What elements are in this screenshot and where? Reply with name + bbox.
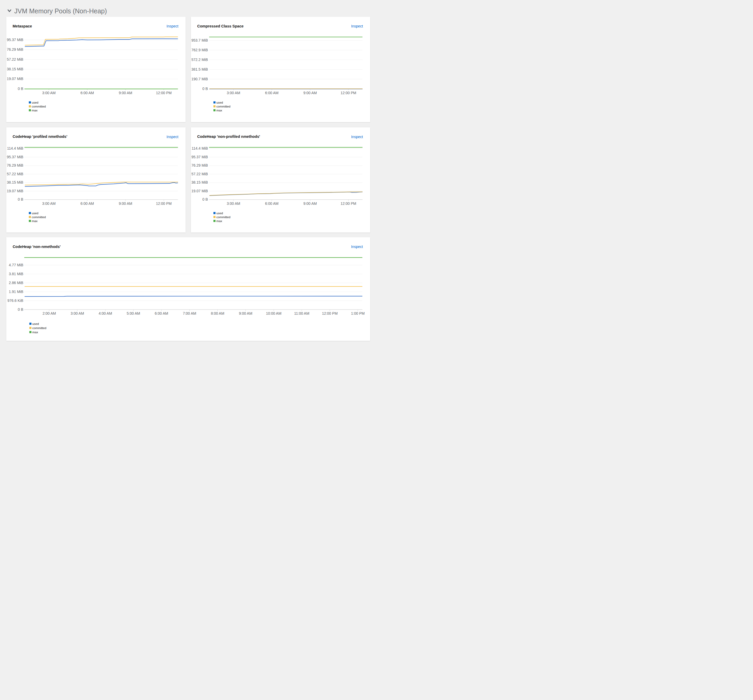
svg-text:38.15 MiB: 38.15 MiB (7, 180, 23, 184)
svg-text:95.37 MiB: 95.37 MiB (192, 155, 208, 159)
svg-text:572.2 MiB: 572.2 MiB (192, 58, 208, 62)
svg-text:used: used (32, 211, 38, 214)
svg-text:5:00 AM: 5:00 AM (126, 311, 140, 316)
svg-text:2:00 AM: 2:00 AM (43, 311, 56, 316)
svg-text:10:00 AM: 10:00 AM (266, 311, 281, 316)
svg-text:19.07 MiB: 19.07 MiB (192, 189, 208, 193)
svg-text:19.07 MiB: 19.07 MiB (7, 77, 23, 81)
svg-text:6:00 AM: 6:00 AM (265, 91, 279, 95)
svg-text:used: used (216, 211, 223, 214)
svg-text:6:00 AM: 6:00 AM (81, 91, 94, 95)
svg-text:95.37 MiB: 95.37 MiB (7, 155, 23, 159)
svg-text:762.9 MiB: 762.9 MiB (192, 48, 208, 52)
svg-text:976.6 KiB: 976.6 KiB (7, 298, 23, 303)
svg-text:3:00 AM: 3:00 AM (227, 201, 240, 205)
svg-text:3:00 AM: 3:00 AM (42, 201, 55, 205)
svg-text:6:00 AM: 6:00 AM (81, 201, 94, 205)
svg-text:0 B: 0 B (203, 87, 208, 91)
svg-text:12:00 PM: 12:00 PM (322, 311, 338, 316)
svg-text:12:00 PM: 12:00 PM (340, 91, 356, 95)
svg-text:12:00 PM: 12:00 PM (156, 201, 171, 205)
svg-text:0 B: 0 B (18, 307, 23, 311)
svg-text:12:00 PM: 12:00 PM (156, 91, 171, 95)
svg-text:used: used (32, 101, 38, 104)
svg-text:6:00 AM: 6:00 AM (265, 201, 279, 205)
svg-text:used: used (32, 322, 39, 325)
svg-text:committed: committed (216, 215, 230, 219)
svg-text:57.22 MiB: 57.22 MiB (192, 172, 208, 176)
svg-text:max: max (216, 219, 222, 222)
svg-text:used: used (216, 101, 223, 104)
svg-text:2.86 MiB: 2.86 MiB (9, 281, 23, 285)
svg-text:4.77 MiB: 4.77 MiB (9, 263, 23, 267)
svg-text:9:00 AM: 9:00 AM (239, 311, 252, 316)
svg-text:4:00 AM: 4:00 AM (98, 311, 112, 316)
svg-text:12:00 PM: 12:00 PM (340, 201, 356, 205)
svg-text:3:00 AM: 3:00 AM (70, 311, 84, 316)
svg-text:11:00 AM: 11:00 AM (294, 311, 309, 316)
svg-text:committed: committed (32, 105, 46, 108)
svg-text:max: max (32, 330, 38, 334)
svg-text:9:00 AM: 9:00 AM (119, 201, 132, 205)
svg-text:57.22 MiB: 57.22 MiB (7, 57, 23, 61)
svg-text:0 B: 0 B (18, 197, 23, 202)
svg-text:76.29 MiB: 76.29 MiB (7, 47, 23, 52)
svg-text:6:00 AM: 6:00 AM (155, 311, 168, 316)
svg-text:95.37 MiB: 95.37 MiB (7, 38, 23, 42)
svg-text:190.7 MiB: 190.7 MiB (192, 77, 208, 81)
svg-text:max: max (32, 109, 37, 112)
svg-text:3:00 AM: 3:00 AM (42, 91, 55, 95)
svg-text:57.22 MiB: 57.22 MiB (7, 172, 23, 176)
svg-text:9:00 AM: 9:00 AM (303, 91, 316, 95)
svg-text:7:00 AM: 7:00 AM (183, 311, 196, 316)
svg-text:0 B: 0 B (203, 197, 208, 202)
svg-text:9:00 AM: 9:00 AM (119, 91, 132, 95)
svg-text:38.15 MiB: 38.15 MiB (7, 67, 23, 71)
svg-text:3.81 MiB: 3.81 MiB (9, 272, 23, 276)
svg-text:19.07 MiB: 19.07 MiB (7, 189, 23, 193)
svg-text:9:00 AM: 9:00 AM (303, 201, 316, 205)
svg-text:3:00 AM: 3:00 AM (227, 91, 240, 95)
svg-text:953.7 MiB: 953.7 MiB (192, 38, 208, 42)
svg-text:381.5 MiB: 381.5 MiB (192, 67, 208, 72)
svg-text:114.4 MiB: 114.4 MiB (7, 146, 23, 150)
svg-text:114.4 MiB: 114.4 MiB (192, 146, 208, 150)
svg-text:1.91 MiB: 1.91 MiB (9, 289, 23, 294)
svg-text:0 B: 0 B (18, 87, 23, 91)
svg-text:38.15 MiB: 38.15 MiB (192, 180, 208, 184)
svg-text:committed: committed (216, 105, 230, 108)
svg-text:76.29 MiB: 76.29 MiB (7, 163, 23, 167)
svg-text:8:00 AM: 8:00 AM (211, 311, 224, 316)
svg-text:max: max (32, 219, 37, 222)
svg-text:committed: committed (32, 326, 46, 330)
svg-text:76.29 MiB: 76.29 MiB (192, 163, 208, 167)
svg-text:1:00 PM: 1:00 PM (351, 311, 365, 316)
svg-text:committed: committed (32, 215, 46, 219)
svg-text:max: max (216, 109, 222, 112)
